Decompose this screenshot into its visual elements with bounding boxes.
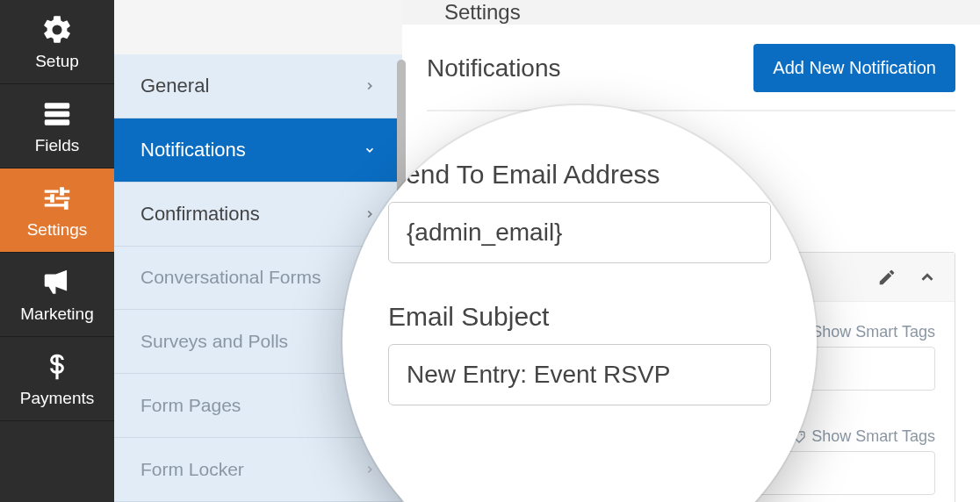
subnav-formlocker[interactable]: Form Locker (114, 438, 402, 502)
subnav-confirmations-label: Confirmations (141, 203, 260, 226)
list-icon (40, 97, 74, 131)
nav-setup-label: Setup (35, 52, 79, 71)
send-to-input[interactable]: {admin_email} (388, 202, 771, 263)
nav-marketing-label: Marketing (20, 305, 93, 324)
chevron-right-icon (364, 208, 376, 220)
subnav-general-label: General (141, 75, 209, 97)
email-subject-input[interactable]: New Entry: Event RSVP (388, 344, 771, 405)
nav-fields-label: Fields (35, 136, 80, 155)
notifications-title: Notifications (427, 54, 561, 82)
smart-tags-label-2: Show Smart Tags (811, 427, 935, 446)
nav-fields[interactable]: Fields (0, 84, 114, 169)
add-notification-button[interactable]: Add New Notification (753, 44, 955, 92)
chevron-down-icon (364, 144, 376, 156)
main-nav: Setup Fields Settings Marketing Payments (0, 0, 114, 502)
svg-point-4 (801, 434, 803, 435)
subnav-general[interactable]: General (114, 54, 402, 118)
tab-bar: Settings (402, 0, 980, 25)
sliders-icon (40, 182, 74, 215)
subnav-notifications[interactable]: Notifications (114, 118, 402, 183)
chevron-right-icon (364, 80, 376, 92)
nav-settings[interactable]: Settings (0, 169, 114, 253)
subnav-notifications-label: Notifications (141, 139, 246, 161)
nav-payments[interactable]: Payments (0, 337, 114, 421)
svg-rect-2 (45, 119, 70, 125)
chevron-right-icon (364, 463, 376, 476)
bullhorn-icon (40, 266, 74, 299)
subnav-formlocker-label: Form Locker (141, 459, 244, 480)
subnav-conversational-label: Conversational Forms (141, 267, 321, 288)
subnav-formpages-label: Form Pages (141, 395, 241, 416)
tab-settings[interactable]: Settings (444, 0, 521, 25)
svg-rect-1 (45, 111, 70, 116)
svg-rect-0 (45, 103, 70, 108)
gear-icon (40, 13, 74, 47)
nav-setup[interactable]: Setup (0, 0, 114, 84)
dollar-icon (40, 350, 74, 384)
notifications-header: Notifications Add New Notification (427, 44, 955, 111)
nav-marketing[interactable]: Marketing (0, 253, 114, 337)
nav-payments-label: Payments (20, 389, 94, 408)
send-to-label: Send To Email Address (388, 160, 771, 190)
smart-tags-label: Show Smart Tags (811, 323, 935, 341)
email-subject-label: Email Subject (388, 302, 771, 332)
subnav-surveys-label: Surveys and Polls (141, 331, 288, 352)
subnav-gap (114, 0, 402, 54)
pencil-icon[interactable] (877, 268, 897, 287)
subnav-confirmations[interactable]: Confirmations (114, 183, 402, 247)
nav-settings-label: Settings (27, 220, 88, 240)
chevron-up-icon[interactable] (918, 268, 937, 287)
